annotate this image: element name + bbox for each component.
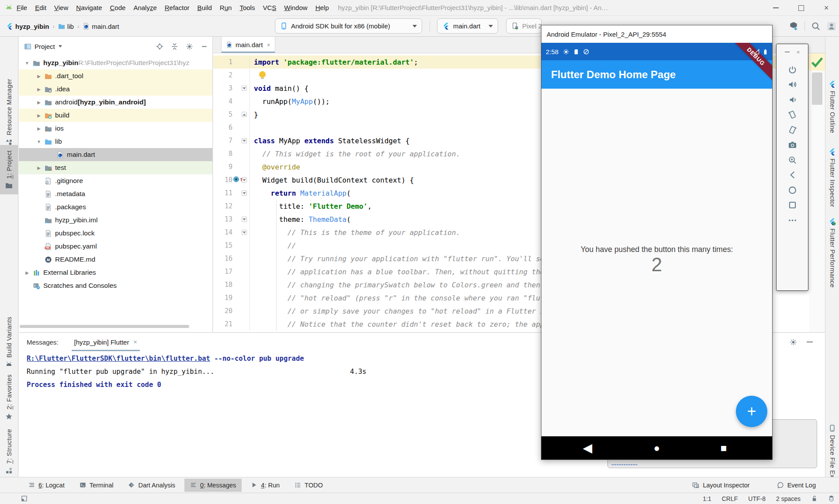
settings-icon[interactable] [186, 43, 193, 50]
menu-refactor[interactable]: Refactor [161, 4, 194, 11]
inspections-ok-indicator[interactable] [809, 53, 825, 71]
chevron-down-icon[interactable] [59, 45, 62, 48]
tree-item-test[interactable]: ▶test [19, 161, 212, 174]
menu-run[interactable]: Run [216, 4, 236, 11]
tree-item-README.md[interactable]: MREADME.md [19, 253, 212, 266]
tree-item-lib[interactable]: ▼lib [19, 135, 212, 148]
toolwindow-button-6-logcat[interactable]: 6: Logcat [23, 479, 70, 492]
console-link[interactable]: R:\Flutter\FlutterSDK\flutter\bin\flutte… [27, 355, 210, 362]
tree-item-Scratches-and-Consoles[interactable]: Scratches and Consoles [19, 279, 212, 292]
caret-position[interactable]: 1:1 [703, 495, 711, 502]
tree-item-build[interactable]: ▶build [19, 109, 212, 122]
fold-marker-icon[interactable] [242, 217, 247, 222]
chevron-collapsed-icon[interactable]: ▶ [33, 87, 45, 92]
tree-item-.idea[interactable]: ▶.idea [19, 83, 212, 96]
toolwindow-button-terminal[interactable]: Terminal [74, 479, 119, 492]
emulator-back-button[interactable] [788, 170, 797, 180]
sidebar-item-flutter-outline[interactable]: Flutter Outline [825, 80, 839, 133]
profile-icon[interactable] [827, 21, 836, 31]
chevron-collapsed-icon[interactable]: ▶ [33, 166, 45, 170]
tree-item-android[interactable]: ▶android [hyzp_yibin_android] [19, 96, 212, 109]
tree-item-.gitignore[interactable]: .gitignore [19, 174, 212, 187]
tool-window-toggle-icon[interactable] [21, 495, 28, 502]
tree-item-pubspec.lock[interactable]: pubspec.lock [19, 227, 212, 240]
emulator-overview-button[interactable] [788, 200, 797, 210]
emulator-zoom-in-button[interactable] [788, 155, 797, 165]
menu-window[interactable]: Window [280, 4, 311, 11]
menu-analyze[interactable]: Analyze [129, 4, 160, 11]
chevron-expanded-icon[interactable]: ▼ [21, 61, 33, 66]
sidebar-item-flutter-performance[interactable]: Flutter Performance [825, 218, 839, 288]
fold-marker-icon[interactable] [242, 112, 247, 117]
tab-flutter-console[interactable]: [hyzp_yibin] Flutter × [72, 333, 140, 351]
tree-item-hyzp_yibin[interactable]: ▼hyzp_yibin R:\FlutterProject\FlutterPro… [19, 56, 212, 69]
tree-item-pubspec.yaml[interactable]: YMLpubspec.yaml [19, 240, 212, 253]
breadcrumb-item-lib[interactable]: lib [58, 23, 74, 30]
emulator-power-button[interactable] [788, 65, 797, 74]
tree-item-.dart_tool[interactable]: ▶.dart_tool [19, 69, 212, 83]
emulator-minimize-button[interactable] [785, 52, 790, 52]
file-encoding[interactable]: UTF-8 [748, 495, 766, 502]
gear-icon[interactable] [790, 338, 797, 346]
emulator-close-button[interactable]: × [797, 49, 800, 55]
emulator-screen[interactable]: 2:58 DEBUG Flutter Demo Home Page You ha… [541, 43, 772, 459]
sidebar-item-resource-manager[interactable]: Resource Manager [0, 79, 18, 146]
tree-item-External-Libraries[interactable]: ▶External Libraries [19, 266, 212, 279]
menu-build[interactable]: Build [193, 4, 215, 11]
fold-marker-icon[interactable] [242, 190, 247, 196]
run-config-dropdown[interactable]: main.dart [437, 18, 498, 34]
window-maximize-button[interactable] [788, 0, 814, 16]
hide-icon[interactable] [201, 43, 208, 50]
line-ending[interactable]: CRLF [722, 495, 738, 502]
menu-tools[interactable]: Tools [236, 4, 259, 11]
toolwindow-button-0-messages[interactable]: 0: Messages [184, 479, 242, 492]
emulator-rotate-left-button[interactable] [788, 110, 797, 119]
menu-code[interactable]: Code [106, 4, 130, 11]
intention-bulb-icon[interactable] [259, 71, 266, 78]
emulator-volume-down-button[interactable] [788, 95, 797, 104]
fab-increment-button[interactable]: + [736, 396, 767, 427]
sdk-manager-icon[interactable] [789, 21, 798, 31]
face-icon[interactable] [828, 495, 835, 502]
tree-item-.metadata[interactable]: .metadata [19, 187, 212, 200]
breadcrumb-item-main.dart[interactable]: main.dart [83, 23, 119, 30]
tree-item-ios[interactable]: ▶ios [19, 122, 212, 135]
fold-marker-icon[interactable] [242, 230, 247, 235]
chevron-collapsed-icon[interactable]: ▶ [33, 74, 45, 79]
nav-overview-button[interactable]: ■ [721, 436, 727, 459]
chevron-expanded-icon[interactable]: ▼ [33, 139, 45, 144]
toolwindow-button-layout-inspector[interactable]: Layout Inspector [686, 479, 755, 492]
toolwindow-button-4-run[interactable]: 4: Run [245, 479, 285, 492]
search-icon[interactable] [811, 21, 821, 31]
menu-help[interactable]: Help [312, 4, 333, 11]
override-marker-icon[interactable]: ↑ [233, 176, 243, 182]
emulator-camera-button[interactable] [788, 140, 797, 149]
indent-setting[interactable]: 2 spaces [776, 495, 801, 502]
breadcrumb-item-hyzp_yibin[interactable]: hyzp_yibin [6, 23, 49, 30]
tree-item-hyzp_yibin.iml[interactable]: hyzp_yibin.iml [19, 214, 212, 227]
nav-back-button[interactable]: ◀ [583, 436, 593, 459]
emulator-rotate-right-button[interactable] [788, 125, 797, 135]
toolwindow-button-dart-analysis[interactable]: Dart Analysis [122, 479, 181, 492]
device-selector-dropdown[interactable]: Android SDK built for x86 (mobile) [275, 18, 422, 34]
emulator-home-button[interactable] [788, 186, 797, 195]
chevron-collapsed-icon[interactable]: ▶ [21, 270, 33, 275]
chevron-collapsed-icon[interactable]: ▶ [33, 126, 45, 131]
close-icon[interactable]: × [267, 41, 270, 48]
emulator-title-bar[interactable]: Android Emulator - Pixel_2_API_29:5554 [541, 25, 772, 43]
sidebar-item-build-variants[interactable]: Build Variants [0, 317, 18, 368]
fold-marker-icon[interactable] [242, 138, 247, 143]
collapse-all-icon[interactable] [171, 43, 178, 50]
toolwindow-button-event-log[interactable]: Event Log [771, 479, 822, 492]
menu-edit[interactable]: Edit [31, 4, 50, 11]
editor-scrollbar[interactable] [812, 72, 822, 105]
sidebar-item--favorites[interactable]: 2: Favorites [0, 374, 18, 420]
sidebar-item--structure[interactable]: 7: Structure [0, 429, 18, 474]
chevron-collapsed-icon[interactable]: ▶ [33, 113, 45, 118]
lock-open-icon[interactable] [811, 495, 818, 502]
menu-file[interactable]: File [13, 4, 31, 11]
menu-view[interactable]: View [50, 4, 72, 11]
window-minimize-button[interactable] [763, 0, 788, 16]
locate-icon[interactable] [156, 43, 163, 50]
sidebar-item--project[interactable]: 1: Project [0, 145, 18, 194]
